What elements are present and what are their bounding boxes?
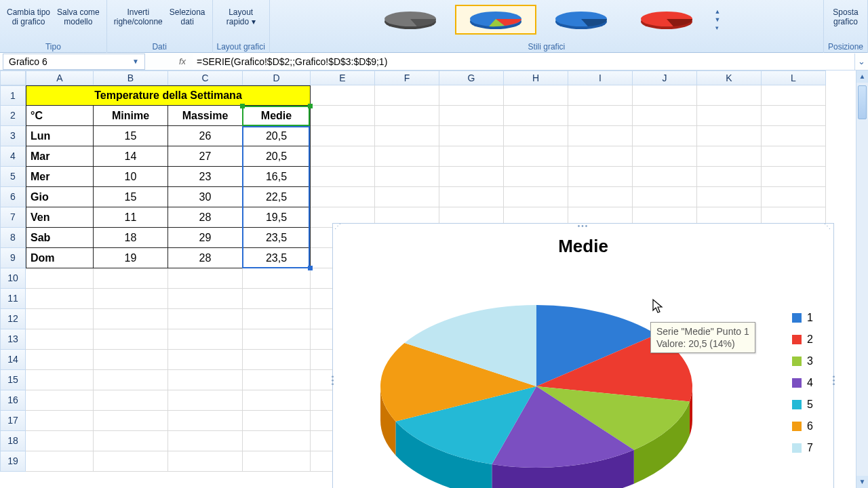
cell[interactable]	[168, 390, 243, 411]
column-header[interactable]: F	[375, 70, 439, 85]
chart-style-thumb-1[interactable]	[370, 5, 451, 35]
cell[interactable]	[311, 167, 375, 187]
cell[interactable]	[762, 187, 826, 207]
chart-style-thumb-3[interactable]	[540, 5, 622, 35]
row-header[interactable]: 1	[0, 85, 26, 106]
cell[interactable]	[762, 106, 826, 126]
cell[interactable]	[633, 126, 697, 146]
worksheet-grid[interactable]: ABCDEFGHIJKL 123456789101112131415161718…	[0, 70, 868, 488]
save-as-template-button[interactable]: Salva come modello	[54, 0, 102, 39]
insert-function-button[interactable]: fx	[172, 56, 193, 66]
cell[interactable]	[168, 350, 243, 370]
cell[interactable]	[26, 309, 94, 329]
cell[interactable]	[311, 146, 375, 167]
select-all-corner[interactable]	[0, 70, 26, 85]
cell[interactable]	[697, 167, 762, 187]
legend-item[interactable]: 1	[792, 312, 813, 324]
cell[interactable]	[243, 309, 311, 329]
formula-bar-expand-button[interactable]: ⌄	[854, 54, 868, 70]
cell[interactable]: 11	[94, 207, 168, 228]
row-header[interactable]: 11	[0, 289, 26, 309]
cell[interactable]	[504, 167, 568, 187]
cell[interactable]	[633, 106, 697, 126]
row-header[interactable]: 14	[0, 350, 26, 370]
cell[interactable]: 23,5	[243, 228, 311, 248]
column-header[interactable]: B	[94, 70, 168, 85]
cell[interactable]	[94, 390, 168, 411]
row-header[interactable]: 2	[0, 106, 26, 126]
cell[interactable]: Lun	[26, 126, 94, 146]
cell[interactable]	[568, 126, 633, 146]
cell[interactable]	[311, 126, 375, 146]
cell[interactable]	[568, 85, 633, 106]
cell[interactable]	[697, 85, 762, 106]
cell[interactable]: Ven	[26, 207, 94, 228]
cell[interactable]	[168, 309, 243, 329]
cell[interactable]: 19	[94, 248, 168, 268]
column-header[interactable]: C	[168, 70, 243, 85]
cell[interactable]	[568, 187, 633, 207]
cell[interactable]	[568, 167, 633, 187]
cell[interactable]: Gio	[26, 187, 94, 207]
cell[interactable]	[94, 411, 168, 431]
cell[interactable]	[243, 350, 311, 370]
cell[interactable]: 28	[168, 207, 243, 228]
cell[interactable]	[168, 289, 243, 309]
chart-style-thumb-4[interactable]	[626, 5, 707, 35]
column-header[interactable]: H	[504, 70, 568, 85]
cell[interactable]	[568, 106, 633, 126]
cell[interactable]	[504, 126, 568, 146]
cell[interactable]	[94, 431, 168, 451]
column-header[interactable]: A	[26, 70, 94, 85]
vertical-scrollbar[interactable]: ▲ ▼	[856, 70, 868, 488]
chart-resize-handle[interactable]: •••	[329, 375, 336, 387]
cell[interactable]	[504, 85, 568, 106]
cell[interactable]	[439, 126, 504, 146]
cell[interactable]	[375, 85, 439, 106]
row-header[interactable]: 10	[0, 268, 26, 289]
move-chart-button[interactable]: Sposta grafico	[830, 0, 861, 39]
cell[interactable]: 20,5	[243, 126, 311, 146]
legend-item[interactable]: 2	[792, 333, 813, 346]
column-header[interactable]: J	[633, 70, 697, 85]
cell[interactable]	[633, 167, 697, 187]
scroll-thumb[interactable]	[858, 85, 867, 119]
cell[interactable]: 18	[94, 228, 168, 248]
cell[interactable]: °C	[26, 106, 94, 126]
cell[interactable]	[762, 85, 826, 106]
cell[interactable]: 27	[168, 146, 243, 167]
row-header[interactable]: 7	[0, 207, 26, 228]
cell[interactable]	[243, 329, 311, 350]
cell[interactable]	[311, 85, 375, 106]
row-header[interactable]: 3	[0, 126, 26, 146]
cell[interactable]	[168, 370, 243, 390]
cell[interactable]: Mer	[26, 167, 94, 187]
swap-row-col-button[interactable]: Inverti righe/colonne	[111, 0, 165, 39]
cell[interactable]	[94, 451, 168, 472]
quick-layout-button[interactable]: Layout rapido ▾	[224, 0, 258, 39]
cell[interactable]: 14	[94, 146, 168, 167]
cell[interactable]	[311, 106, 375, 126]
cell[interactable]	[94, 370, 168, 390]
cell[interactable]	[633, 187, 697, 207]
legend-item[interactable]: 6	[792, 420, 813, 432]
cell[interactable]	[243, 289, 311, 309]
column-header[interactable]: I	[568, 70, 633, 85]
cell[interactable]: 15	[94, 187, 168, 207]
cell[interactable]	[94, 289, 168, 309]
chart-resize-handle[interactable]: •••	[578, 222, 589, 230]
legend-item[interactable]: 3	[792, 355, 813, 367]
legend-item[interactable]: 7	[792, 442, 813, 454]
cell[interactable]	[697, 126, 762, 146]
row-header[interactable]: 4	[0, 146, 26, 167]
formula-bar[interactable]	[193, 54, 854, 70]
chart-resize-handle[interactable]: ⋱	[824, 222, 832, 230]
column-header[interactable]: E	[311, 70, 375, 85]
cell[interactable]: Dom	[26, 248, 94, 268]
cell[interactable]: 30	[168, 187, 243, 207]
cell[interactable]	[439, 106, 504, 126]
scroll-down-button[interactable]: ▼	[856, 476, 868, 488]
cell[interactable]: 29	[168, 228, 243, 248]
cell[interactable]	[94, 329, 168, 350]
cell[interactable]	[168, 268, 243, 289]
